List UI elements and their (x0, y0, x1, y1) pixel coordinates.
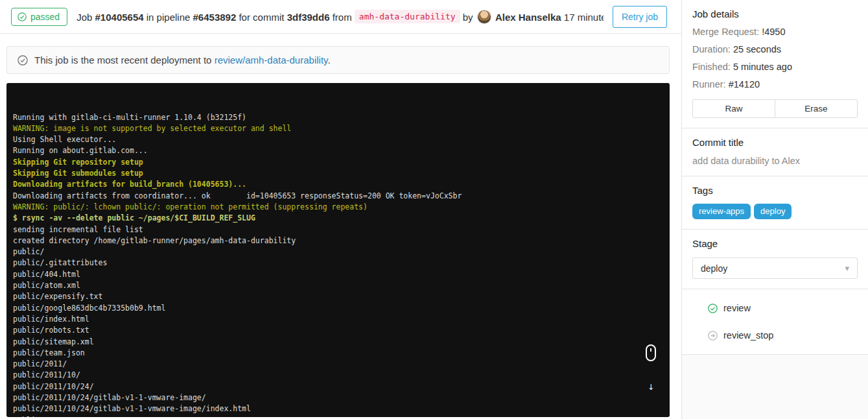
tags-section: Tags review-appsdeploy (682, 176, 868, 230)
for-commit-word: for commit (239, 11, 284, 22)
job-word: Job (76, 11, 92, 22)
job-log: Running with gitlab-ci-multi-runner 1.10… (6, 83, 670, 417)
job-detail-row: Duration: 25 seconds (692, 44, 858, 54)
log-line: public/2011/11/ (13, 415, 670, 417)
log-line: Running on about.gitlab.com... (13, 145, 670, 156)
log-line: Downloading artifacts from coordinator..… (13, 191, 670, 202)
from-word: from (333, 11, 352, 22)
job-detail-row: Merge Request: !4950 (692, 27, 858, 37)
log-line: public/expensify.txt (13, 291, 670, 302)
log-line: public/2011/10/24/gitlab-v1-1-vmware-ima… (13, 403, 670, 414)
in-pipeline-word: in pipeline (147, 11, 191, 22)
raw-button[interactable]: Raw (692, 99, 775, 118)
build-item-review_stop[interactable]: review_stop (708, 322, 858, 349)
notice-suffix: . (327, 54, 330, 66)
job-header: passed Job #10405654 in pipeline #645389… (0, 0, 681, 34)
time-ago: 17 minutes ago (564, 11, 604, 22)
stage-builds-list: reviewreview_stop (682, 289, 868, 355)
log-line: public/2011/ (13, 359, 670, 370)
detail-label: Merge Request: (692, 27, 762, 37)
detail-value: 25 seconds (733, 44, 781, 54)
job-log-lines: Running with gitlab-ci-multi-runner 1.10… (13, 112, 670, 417)
build-name: review (723, 303, 751, 313)
status-badge-label: passed (30, 12, 60, 22)
commit-title-text: add data durability to Alex (692, 156, 858, 166)
detail-value: !4950 (762, 27, 785, 37)
job-sidebar: Job details Merge Request: !4950Duration… (681, 0, 868, 419)
log-line: Downloading artifacts for build_branch (… (13, 179, 670, 190)
log-line: public/atom.xml (13, 280, 670, 291)
log-actions: Raw Erase (692, 99, 858, 118)
arrow-down-icon: ↓ (641, 384, 661, 390)
commit-title-heading: Commit title (692, 137, 858, 148)
deployment-notice: This job is the most recent deployment t… (6, 46, 670, 74)
log-line: public/404.html (13, 269, 670, 280)
branch-ref-badge[interactable]: amh-data-durability (355, 10, 460, 23)
tags-heading: Tags (692, 185, 858, 196)
mouse-scroll-icon (646, 344, 656, 361)
retry-job-button[interactable]: Retry job (613, 6, 667, 28)
job-number: #10405654 (95, 11, 144, 22)
log-line: public/robots.txt (13, 325, 670, 336)
tag-badge[interactable]: review-apps (692, 204, 751, 219)
log-line: $ rsync -av --delete public ~/pages/$CI_… (13, 213, 670, 224)
tag-badge[interactable]: deploy (754, 204, 792, 219)
avatar[interactable] (477, 10, 491, 24)
log-line: public/ (13, 246, 670, 257)
log-line: public/.gitattributes (13, 257, 670, 269)
commit-sha-link[interactable]: 3df39dd6 (287, 11, 330, 22)
detail-value: #14120 (729, 79, 760, 90)
scroll-down-control[interactable]: ↓ (641, 322, 661, 413)
log-line: sending incremental file list (13, 224, 670, 235)
log-line: public/2011/10/24/ (13, 381, 670, 392)
log-line: public/index.html (13, 314, 670, 325)
check-circle-icon (18, 55, 28, 66)
stage-dropdown-value: deploy (701, 263, 727, 274)
log-line: WARNING: image is not supported by selec… (13, 123, 670, 134)
log-line: WARNING: public/: lchown public/: operat… (13, 202, 670, 213)
job-details-title: Job details (692, 8, 858, 19)
job-detail-row: Finished: 5 minutes ago (692, 62, 858, 72)
check-circle-icon (18, 12, 27, 21)
by-word: by (463, 11, 473, 22)
log-line: Using Shell executor... (13, 134, 670, 145)
status-manual-icon (708, 331, 718, 341)
log-line: Skipping Git repository setup (13, 157, 670, 168)
job-summary: Job #10405654 in pipeline #6453892 for c… (76, 10, 604, 24)
tags-list: review-appsdeploy (692, 204, 858, 219)
log-line: public/sitemap.xml (13, 337, 670, 348)
commit-title-section: Commit title add data durability to Alex (682, 128, 868, 176)
notice-text: This job is the most recent deployment t… (34, 54, 211, 66)
log-line: public/google863dbc4b7335b0b9.html (13, 303, 670, 314)
job-details-section: Job details Merge Request: !4950Duration… (682, 0, 868, 128)
detail-label: Finished: (692, 62, 733, 72)
detail-label: Runner: (692, 79, 729, 90)
pipeline-number-link[interactable]: #6453892 (193, 11, 237, 22)
environment-link[interactable]: review/amh-data-durability (215, 54, 328, 66)
build-name: review_stop (723, 330, 773, 341)
chevron-down-icon: ▾ (845, 263, 849, 273)
stage-heading: Stage (692, 238, 858, 249)
log-line: public/team.json (13, 348, 670, 359)
log-line: Skipping Git submodules setup (13, 168, 670, 179)
erase-button[interactable]: Erase (775, 99, 858, 118)
log-line: created directory /home/gitlab-runner/pa… (13, 235, 670, 246)
stage-dropdown[interactable]: deploy ▾ (692, 257, 858, 279)
detail-label: Duration: (692, 44, 733, 54)
author-name-link[interactable]: Alex Hanselka (495, 11, 561, 22)
deployment-notice-text: This job is the most recent deployment t… (34, 54, 331, 66)
job-detail-row: Runner: #14120 (692, 79, 858, 90)
log-line: Running with gitlab-ci-multi-runner 1.10… (13, 112, 670, 123)
log-line: public/2011/10/24/gitlab-v1-1-vmware-ima… (13, 392, 670, 403)
stage-section: Stage deploy ▾ (682, 230, 868, 289)
log-line: public/2011/10/ (13, 370, 670, 381)
status-badge: passed (11, 8, 67, 26)
detail-value: 5 minutes ago (733, 62, 792, 72)
build-item-review[interactable]: review (708, 294, 858, 322)
job-details-rows: Merge Request: !4950Duration: 25 seconds… (692, 27, 858, 90)
job-page-main: passed Job #10405654 in pipeline #645389… (0, 0, 681, 419)
status-success-icon (708, 304, 718, 313)
